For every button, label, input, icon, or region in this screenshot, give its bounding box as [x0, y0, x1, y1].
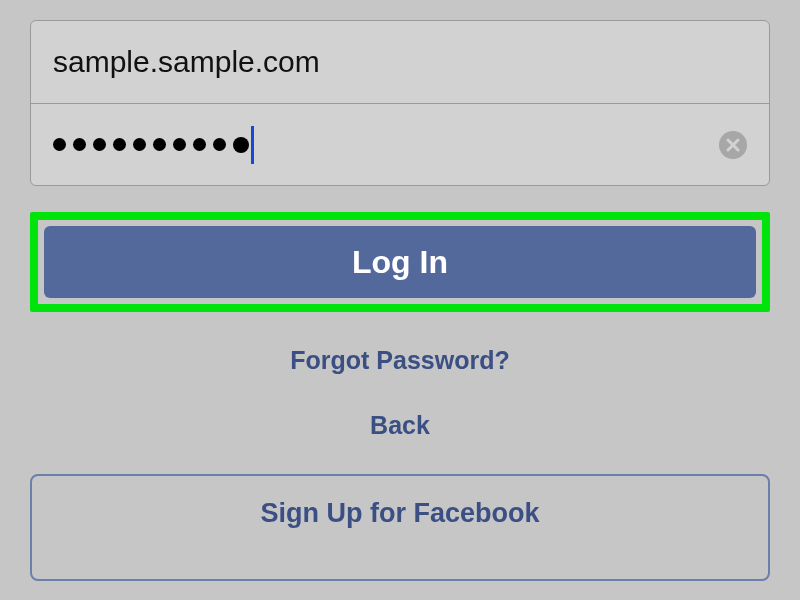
password-mask	[53, 137, 249, 153]
clear-password-button[interactable]	[719, 131, 747, 159]
credentials-card	[30, 20, 770, 186]
email-field[interactable]	[53, 45, 747, 79]
login-button-highlight: Log In	[30, 212, 770, 312]
text-caret	[251, 126, 254, 164]
close-icon	[726, 138, 740, 152]
password-field[interactable]	[53, 126, 707, 164]
email-row	[31, 21, 769, 103]
back-link[interactable]: Back	[30, 411, 770, 440]
password-row	[31, 103, 769, 185]
forgot-password-link[interactable]: Forgot Password?	[30, 346, 770, 375]
login-button[interactable]: Log In	[44, 226, 756, 298]
signup-button[interactable]: Sign Up for Facebook	[30, 474, 770, 581]
